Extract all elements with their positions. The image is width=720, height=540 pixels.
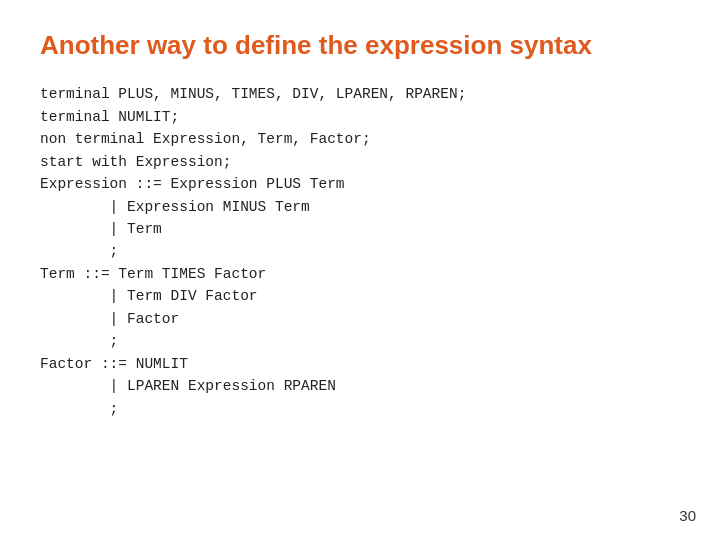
code-block: terminal PLUS, MINUS, TIMES, DIV, LPAREN… <box>40 83 680 420</box>
page-number: 30 <box>679 507 696 524</box>
slide: Another way to define the expression syn… <box>0 0 720 540</box>
slide-title: Another way to define the expression syn… <box>40 30 680 61</box>
